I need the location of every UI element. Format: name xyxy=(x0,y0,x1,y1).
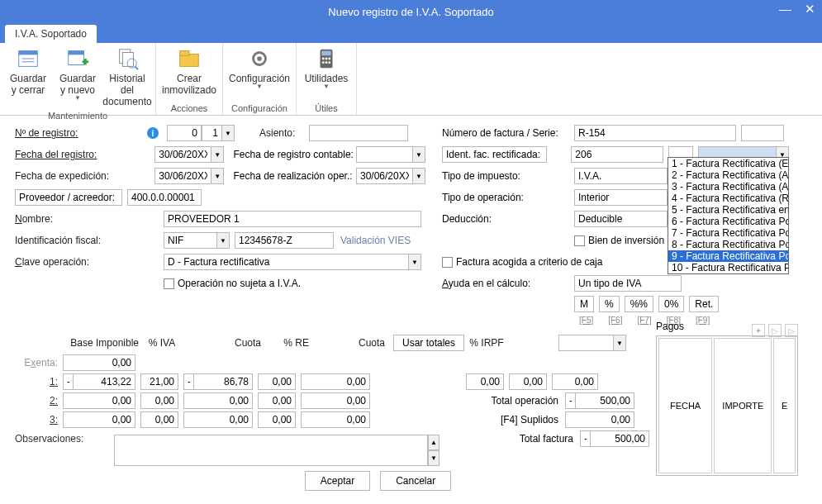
pagos-edit-icon[interactable]: ▷ xyxy=(768,324,782,337)
bien-inversion-checkbox[interactable]: Bien de inversión xyxy=(574,235,664,246)
nregistro-input-1[interactable] xyxy=(167,125,202,141)
cancelar-button[interactable]: Cancelar xyxy=(380,471,451,491)
row-irpf2[interactable] xyxy=(509,373,547,390)
mini-pctpct-button[interactable]: %% xyxy=(625,296,653,312)
row2-cuota[interactable] xyxy=(183,392,253,409)
row3-cuota[interactable] xyxy=(183,411,253,428)
utilidades-button[interactable]: Utilidades ▼ xyxy=(300,45,353,102)
row2-base[interactable] xyxy=(63,392,135,409)
row2-pctiva[interactable] xyxy=(140,392,178,409)
irpf-combo[interactable] xyxy=(558,335,613,351)
mini-m-button[interactable]: M xyxy=(574,296,594,312)
row-irpf1[interactable] xyxy=(466,373,504,390)
dropdown-option[interactable]: 10 - Factura Rectificativa Por xyxy=(668,262,788,273)
fecha-expedicion-label: Fecha de expedición: xyxy=(15,170,135,182)
serie-input[interactable] xyxy=(741,125,784,141)
proveedor-input[interactable] xyxy=(127,189,202,206)
pagos-delete-icon[interactable]: ▷ xyxy=(785,324,798,337)
row1-cuota-neg[interactable] xyxy=(183,373,193,390)
deduccion-combo[interactable] xyxy=(574,211,667,227)
row-irpf3[interactable] xyxy=(552,373,598,390)
mini-zero-button[interactable]: 0% xyxy=(658,296,684,312)
row1-cuota[interactable] xyxy=(193,373,253,390)
historial-button[interactable]: Historial del documento xyxy=(102,45,152,109)
exenta-input[interactable] xyxy=(63,354,135,371)
header-pctiva: % IVA xyxy=(139,337,185,349)
row1-pctre[interactable] xyxy=(258,373,296,390)
chevron-down-icon[interactable]: ▼ xyxy=(211,168,224,184)
dropdown-option[interactable]: 1 - Factura Rectificativa (Erro xyxy=(668,158,788,169)
factura-caja-checkbox[interactable]: Factura acogida a criterio de caja xyxy=(442,256,602,268)
fecha-reg-contable-input[interactable] xyxy=(356,146,412,163)
dropdown-option[interactable]: 6 - Factura Rectificativa Por D xyxy=(668,216,788,227)
nregistro-input-2[interactable] xyxy=(202,125,221,141)
dropdown-option[interactable]: 5 - Factura Rectificativa en fa xyxy=(668,204,788,216)
obs-up[interactable]: ▲ xyxy=(428,435,440,450)
ayuda-input[interactable] xyxy=(574,275,682,292)
chevron-down-icon[interactable]: ▼ xyxy=(408,254,421,270)
pagos-col-fecha[interactable]: FECHA xyxy=(658,338,712,473)
nombre-input[interactable] xyxy=(164,211,421,227)
validacion-vies-link[interactable]: Validación VIES xyxy=(340,235,411,246)
row3-cuota2[interactable] xyxy=(301,411,370,428)
fecha-expedicion-input[interactable] xyxy=(154,168,211,184)
row2-pctre[interactable] xyxy=(258,392,296,409)
suplidos-val[interactable] xyxy=(565,411,634,428)
pagos-col-e[interactable]: E xyxy=(773,338,796,473)
tipo-operacion-combo[interactable] xyxy=(574,189,667,206)
observaciones-textarea[interactable] xyxy=(114,435,428,466)
row3-pctiva[interactable] xyxy=(140,411,178,428)
aceptar-button[interactable]: Aceptar xyxy=(305,471,370,491)
chevron-down-icon[interactable]: ▼ xyxy=(211,146,224,163)
pagos-add-icon[interactable]: ＋ xyxy=(752,324,765,337)
dropdown-option[interactable]: 2 - Factura Rectificativa (Art. xyxy=(668,169,788,181)
pagos-col-importe[interactable]: IMPORTE xyxy=(714,338,772,473)
row1-neg[interactable] xyxy=(63,373,73,390)
tab-iva-soportado[interactable]: I.V.A. Soportado xyxy=(5,25,97,43)
mini-pct-button[interactable]: % xyxy=(599,296,620,312)
chevron-down-icon[interactable]: ▼ xyxy=(221,125,235,141)
asiento-input[interactable] xyxy=(309,125,408,141)
row2-cuota2[interactable] xyxy=(301,392,370,409)
chevron-down-icon[interactable]: ▼ xyxy=(613,335,626,351)
row1-pctiva[interactable] xyxy=(140,373,178,390)
row1-base[interactable] xyxy=(73,373,135,390)
usar-totales-button[interactable]: Usar totales xyxy=(393,335,464,351)
dropdown-option[interactable]: 7 - Factura Rectificativa Por D xyxy=(668,227,788,239)
svg-point-20 xyxy=(328,58,330,60)
row1-cuota2[interactable] xyxy=(301,373,370,390)
proveedor-button[interactable]: Proveedor / acreedor: xyxy=(15,189,122,206)
fecha-registro-input[interactable] xyxy=(154,146,211,163)
nregistro-label: Nº de registro: xyxy=(15,127,142,139)
row3-pctre[interactable] xyxy=(258,411,296,428)
chevron-down-icon[interactable]: ▼ xyxy=(412,146,425,163)
mini-ret-button[interactable]: Ret. xyxy=(689,296,719,312)
clave-op-combo[interactable] xyxy=(164,254,408,270)
dropdown-option[interactable]: 8 - Factura Rectificativa Por D xyxy=(668,239,788,250)
id-fiscal-input[interactable] xyxy=(235,232,334,249)
id-fiscal-tipo-combo[interactable] xyxy=(164,232,216,249)
nombre-label: Nombre: xyxy=(15,213,142,225)
calculator-icon xyxy=(313,46,340,71)
info-icon[interactable]: i xyxy=(147,127,159,139)
rectificativa-dropdown[interactable]: 1 - Factura Rectificativa (Erro2 - Factu… xyxy=(668,157,789,274)
chevron-down-icon[interactable]: ▼ xyxy=(412,168,425,184)
minimize-button[interactable]: — xyxy=(779,2,791,17)
crear-inmovilizado-button[interactable]: Crear inmovilizado xyxy=(159,45,219,102)
op-no-sujeta-checkbox[interactable]: Operación no sujeta a I.V.A. xyxy=(164,278,301,289)
guardar-nuevo-button[interactable]: Guardar y nuevo ▼ xyxy=(53,45,102,109)
dropdown-option[interactable]: 3 - Factura Rectificativa (Art. xyxy=(668,181,788,193)
fecha-realizacion-input[interactable] xyxy=(356,168,412,184)
row3-base[interactable] xyxy=(63,411,135,428)
dropdown-option[interactable]: 9 - Factura Rectificativa Por D xyxy=(668,250,788,262)
dropdown-option[interactable]: 4 - Factura Rectificativa (Rest xyxy=(668,193,788,204)
close-button[interactable]: ✕ xyxy=(805,2,815,17)
num-factura-input[interactable] xyxy=(574,125,736,141)
guardar-cerrar-button[interactable]: Guardar y cerrar xyxy=(3,45,53,109)
obs-down[interactable]: ▼ xyxy=(428,450,440,466)
chevron-down-icon[interactable]: ▼ xyxy=(216,232,230,249)
ident-rect-input[interactable] xyxy=(571,146,663,163)
configuracion-button[interactable]: Configuración ▼ xyxy=(226,45,292,102)
tipo-impuesto-combo[interactable] xyxy=(574,168,667,184)
ident-rect-button[interactable]: Ident. fac. rectificada: xyxy=(442,146,547,163)
